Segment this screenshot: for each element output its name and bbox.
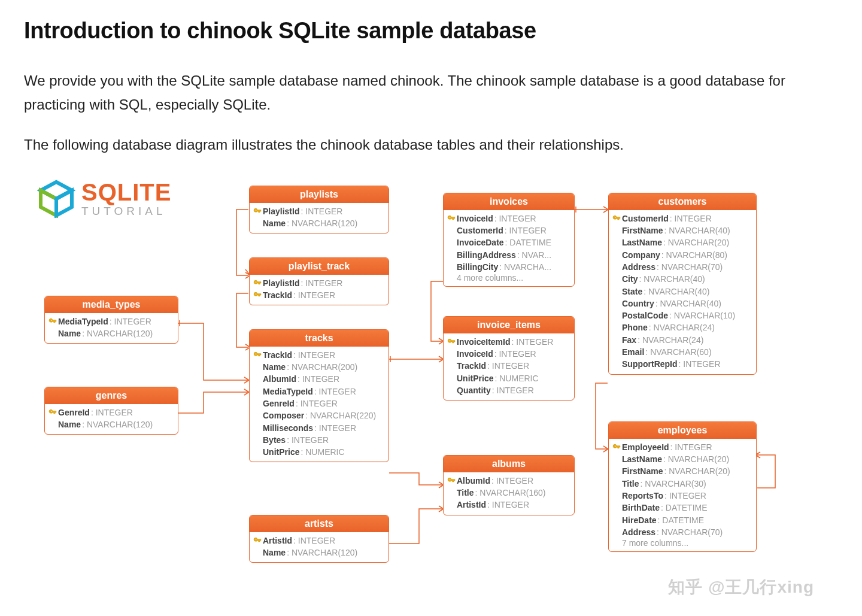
entity-body: AlbumId: INTEGERTitle: NVARCHAR(160)Arti… — [444, 472, 574, 515]
field-type: : NVARCHAR(220) — [305, 409, 376, 421]
field-type: : NVARCHAR(10) — [669, 309, 735, 321]
field-type: : NVARCHAR(80) — [661, 249, 727, 261]
field-row: TrackId: INTEGER — [252, 289, 384, 301]
field-name: LastName — [622, 453, 662, 465]
field-name: InvoiceId — [457, 348, 493, 360]
field-type: : NVARCHAR(70) — [657, 526, 723, 538]
field-name: Phone — [622, 321, 648, 333]
key-icon — [446, 214, 457, 223]
field-row: AlbumId: INTEGER — [446, 475, 569, 487]
field-name: ArtistId — [263, 535, 292, 547]
field-row: CustomerId: INTEGER — [446, 224, 569, 236]
field-row: MediaTypeId: INTEGER — [252, 386, 384, 397]
field-type: : INTEGER — [296, 397, 338, 409]
er-diagram: SQLITE TUTORIAL media_typesMediaTypeId: … — [24, 174, 838, 605]
field-type: : INTEGER — [664, 490, 706, 502]
field-name: MediaTypeId — [58, 315, 108, 327]
field-row: FirstName: NVARCHAR(20) — [611, 465, 751, 477]
entity-artists: artistsArtistId: INTEGERName: NVARCHAR(1… — [249, 515, 389, 563]
field-row: Country: NVARCHAR(40) — [611, 298, 751, 309]
entity-title: media_types — [45, 296, 178, 313]
field-row: Quantity: INTEGER — [446, 384, 569, 396]
key-icon — [47, 408, 58, 417]
field-type: : INTEGER — [491, 475, 533, 487]
entity-playlists: playlistsPlaylistId: INTEGERName: NVARCH… — [249, 186, 389, 234]
field-name: Name — [263, 547, 286, 559]
field-row: Bytes: INTEGER — [252, 434, 384, 446]
field-row: InvoiceId: INTEGER — [446, 348, 569, 360]
field-name: Email — [622, 346, 644, 358]
field-name: MediaTypeId — [263, 386, 313, 397]
field-row: Title: NVARCHAR(160) — [446, 487, 569, 499]
field-row: Name: NVARCHAR(120) — [47, 418, 173, 430]
svg-marker-1 — [41, 190, 56, 216]
field-row: PostalCode: NVARCHAR(10) — [611, 309, 751, 321]
field-row: Company: NVARCHAR(80) — [611, 249, 751, 261]
field-name: FirstName — [622, 465, 663, 477]
field-name: BillingCity — [457, 261, 498, 273]
field-row: TrackId: INTEGER — [446, 360, 569, 372]
more-columns: 7 more columns... — [611, 538, 751, 548]
intro-text: We provide you with the SQLite sample da… — [24, 69, 838, 157]
field-type: : INTEGER — [494, 348, 536, 360]
entity-genres: genresGenreId: INTEGERName: NVARCHAR(120… — [44, 387, 178, 435]
field-type: : INTEGER — [314, 386, 356, 397]
field-row: SupportRepId: INTEGER — [611, 358, 751, 370]
field-row: Email: NVARCHAR(60) — [611, 346, 751, 358]
entity-title: employees — [609, 422, 756, 439]
field-name: PlaylistId — [263, 205, 299, 217]
entity-body: MediaTypeId: INTEGERName: NVARCHAR(120) — [45, 313, 178, 344]
field-row: InvoiceItemId: INTEGER — [446, 336, 569, 348]
field-type: : INTEGER — [505, 224, 547, 236]
field-name: ReportsTo — [622, 490, 663, 502]
field-type: : NVARCHAR(70) — [657, 261, 723, 273]
key-icon — [611, 443, 622, 451]
field-row: TrackId: INTEGER — [252, 349, 384, 361]
entity-body: InvoiceItemId: INTEGERInvoiceId: INTEGER… — [444, 333, 574, 400]
key-icon — [446, 477, 457, 485]
field-name: TrackId — [457, 360, 486, 372]
field-type: : DATETIME — [658, 514, 705, 526]
field-row: PlaylistId: INTEGER — [252, 205, 384, 217]
field-name: SupportRepId — [622, 358, 678, 370]
field-row: BirthDate: DATETIME — [611, 502, 751, 514]
field-type: : NVARCHAR(40) — [644, 286, 709, 298]
field-type: : NVARCHAR(120) — [82, 327, 153, 339]
field-type: : NVARCHA... — [499, 261, 551, 273]
field-type: : INTEGER — [287, 434, 329, 446]
field-row: AlbumId: INTEGER — [252, 373, 384, 385]
field-row: State: NVARCHAR(40) — [611, 286, 751, 298]
field-type: : NVARCHAR(20) — [663, 453, 729, 465]
logo-line1: SQLITE — [81, 180, 171, 204]
field-name: City — [622, 273, 638, 285]
entity-body: ArtistId: INTEGERName: NVARCHAR(120) — [250, 532, 388, 563]
field-name: Milliseconds — [263, 422, 313, 434]
key-icon — [252, 291, 263, 299]
field-name: EmployeeId — [622, 441, 669, 453]
field-type: : INTEGER — [487, 499, 529, 511]
watermark: 知乎 @王几行xing — [668, 576, 814, 599]
field-row: ArtistId: INTEGER — [446, 499, 569, 511]
field-row: HireDate: DATETIME — [611, 514, 751, 526]
entity-media-types: media_typesMediaTypeId: INTEGERName: NVA… — [44, 296, 178, 344]
field-name: InvoiceId — [457, 213, 493, 224]
field-type: : NVARCHAR(200) — [287, 361, 357, 373]
entity-title: customers — [609, 193, 756, 210]
field-type: : NVARCHAR(20) — [663, 236, 729, 248]
entity-title: playlist_track — [250, 258, 388, 275]
field-row: Name: NVARCHAR(120) — [47, 327, 173, 339]
field-type: : NVARCHAR(24) — [649, 321, 715, 333]
field-type: : INTEGER — [91, 406, 133, 418]
field-type: : INTEGER — [301, 277, 342, 289]
svg-marker-0 — [41, 182, 72, 199]
field-name: LastName — [622, 236, 662, 248]
field-name: Title — [457, 487, 474, 499]
key-icon — [611, 214, 622, 223]
field-type: : INTEGER — [679, 358, 721, 370]
field-row: City: NVARCHAR(40) — [611, 273, 751, 285]
field-name: AlbumId — [457, 475, 490, 487]
field-name: Name — [263, 361, 286, 373]
field-type: : DATETIME — [505, 236, 552, 248]
field-type: : NVARCHAR(30) — [641, 478, 706, 490]
field-row: Address: NVARCHAR(70) — [611, 526, 751, 538]
